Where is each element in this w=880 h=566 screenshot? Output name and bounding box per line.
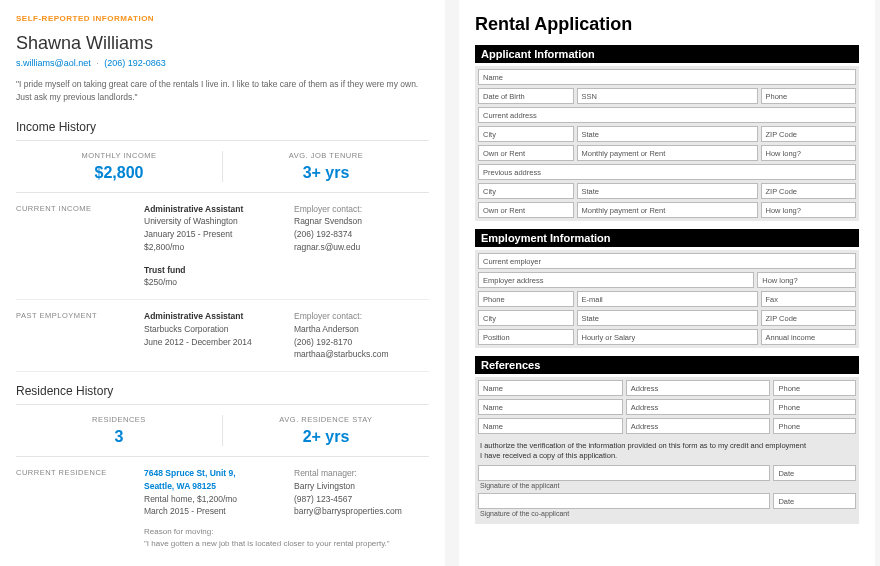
stat-label: AVG. JOB TENURE — [223, 151, 429, 160]
manager-name: Barry Livingston — [294, 480, 429, 493]
contact-phone: (206) 192-8374 — [294, 228, 429, 241]
auth-line-1: I authorize the verification of the info… — [480, 441, 854, 451]
stat-label: RESIDENCES — [16, 415, 222, 424]
name-field[interactable]: Name — [478, 69, 856, 85]
dob-field[interactable]: Date of Birth — [478, 88, 574, 104]
income-pay: $250/mo — [144, 276, 294, 289]
email-field[interactable]: E-mail — [577, 291, 758, 307]
employment-info-header: Employment Information — [475, 229, 859, 247]
manager-email: barry@barrysproperties.com — [294, 505, 429, 518]
current-income-block: CURRENT INCOME Administrative Assistant … — [16, 193, 429, 301]
income-history-title: Income History — [16, 120, 429, 141]
contact-line: s.williams@aol.net · (206) 192-0863 — [16, 58, 429, 68]
contact-phone[interactable]: (206) 192-0863 — [104, 58, 166, 68]
stat-value: 2+ yrs — [223, 428, 429, 446]
ref-phone-field[interactable]: Phone — [773, 418, 856, 434]
monthly-payment-field[interactable]: Monthly payment or Rent — [577, 145, 758, 161]
monthly-payment-field[interactable]: Monthly payment or Rent — [577, 202, 758, 218]
income-title: Trust fund — [144, 264, 294, 277]
ref-name-field[interactable]: Name — [478, 399, 623, 415]
coapplicant-sig-label: Signature of the co-applicant — [478, 509, 856, 521]
employer-address-field[interactable]: Employer address — [478, 272, 754, 288]
how-long-field[interactable]: How long? — [761, 145, 857, 161]
stat-value: 3+ yrs — [223, 164, 429, 182]
contact-label: Employer contact: — [294, 310, 429, 323]
previous-address-field[interactable]: Previous address — [478, 164, 856, 180]
state-field[interactable]: State — [577, 126, 758, 142]
ref-address-field[interactable]: Address — [626, 418, 771, 434]
applicant-info-area: Name Date of Birth SSN Phone Current add… — [475, 66, 859, 221]
job-pay: $2,800/mo — [144, 241, 294, 254]
city-field[interactable]: City — [478, 126, 574, 142]
residence-dates: March 2015 - Present — [144, 505, 294, 518]
city-field[interactable]: City — [478, 183, 574, 199]
own-rent-field[interactable]: Own or Rent — [478, 202, 574, 218]
how-long-field[interactable]: How long? — [761, 202, 857, 218]
ssn-field[interactable]: SSN — [577, 88, 758, 104]
income-stats: MONTHLY INCOME $2,800 AVG. JOB TENURE 3+… — [16, 141, 429, 193]
residence-stats: RESIDENCES 3 AVG. RESIDENCE STAY 2+ yrs — [16, 405, 429, 457]
ref-address-field[interactable]: Address — [626, 380, 771, 396]
state-field[interactable]: State — [577, 310, 758, 326]
contact-name: Ragnar Svendson — [294, 215, 429, 228]
job-org: University of Washington — [144, 215, 294, 228]
annual-income-field[interactable]: Annual income — [761, 329, 857, 345]
rental-application-panel: Rental Application Applicant Information… — [459, 0, 875, 566]
zip-field[interactable]: ZIP Code — [761, 310, 857, 326]
phone-field[interactable]: Phone — [761, 88, 857, 104]
job-dates: January 2015 - Present — [144, 228, 294, 241]
job-title: Administrative Assistant — [144, 310, 294, 323]
residence-stay-stat: AVG. RESIDENCE STAY 2+ yrs — [223, 405, 429, 456]
own-rent-field[interactable]: Own or Rent — [478, 145, 574, 161]
residence-history-title: Residence History — [16, 384, 429, 405]
zip-field[interactable]: ZIP Code — [761, 183, 857, 199]
fax-field[interactable]: Fax — [761, 291, 857, 307]
current-address-field[interactable]: Current address — [478, 107, 856, 123]
city-field[interactable]: City — [478, 310, 574, 326]
past-employment-block: PAST EMPLOYMENT Administrative Assistant… — [16, 300, 429, 372]
references-area: Name Address Phone Name Address Phone Na… — [475, 377, 859, 524]
ref-phone-field[interactable]: Phone — [773, 380, 856, 396]
address-line-1[interactable]: 7648 Spruce St, Unit 9, — [144, 467, 294, 480]
hourly-salary-field[interactable]: Hourly or Salary — [577, 329, 758, 345]
contact-email[interactable]: s.williams@aol.net — [16, 58, 91, 68]
current-employer-field[interactable]: Current employer — [478, 253, 856, 269]
stat-label: AVG. RESIDENCE STAY — [223, 415, 429, 424]
stat-value: $2,800 — [16, 164, 222, 182]
section-badge: SELF-REPORTED INFORMATION — [16, 14, 429, 23]
reason-label: Reason for moving: — [144, 526, 429, 538]
manager-label: Rental manager: — [294, 467, 429, 480]
applicant-signature-field[interactable] — [478, 465, 770, 481]
ref-name-field[interactable]: Name — [478, 380, 623, 396]
zip-field[interactable]: ZIP Code — [761, 126, 857, 142]
manager-phone: (987) 123-4567 — [294, 493, 429, 506]
residences-stat: RESIDENCES 3 — [16, 405, 222, 456]
stat-label: MONTHLY INCOME — [16, 151, 222, 160]
block-label: CURRENT INCOME — [16, 203, 144, 290]
phone-field[interactable]: Phone — [478, 291, 574, 307]
state-field[interactable]: State — [577, 183, 758, 199]
how-long-field[interactable]: How long? — [757, 272, 856, 288]
contact-label: Employer contact: — [294, 203, 429, 216]
contact-email: ragnar.s@uw.edu — [294, 241, 429, 254]
job-dates: June 2012 - December 2014 — [144, 336, 294, 349]
self-reported-panel: SELF-REPORTED INFORMATION Shawna William… — [0, 0, 445, 566]
position-field[interactable]: Position — [478, 329, 574, 345]
contact-phone: (206) 192-8170 — [294, 336, 429, 349]
date-field[interactable]: Date — [773, 493, 856, 509]
current-residence-block: CURRENT RESIDENCE 7648 Spruce St, Unit 9… — [16, 457, 429, 560]
residence-desc: Rental home, $1,200/mo — [144, 493, 294, 506]
employment-info-area: Current employer Employer address How lo… — [475, 250, 859, 348]
stat-value: 3 — [16, 428, 222, 446]
auth-line-2: I have received a copy of this applicati… — [480, 451, 854, 461]
contact-name: Martha Anderson — [294, 323, 429, 336]
coapplicant-signature-field[interactable] — [478, 493, 770, 509]
applicant-info-header: Applicant Information — [475, 45, 859, 63]
job-title: Administrative Assistant — [144, 203, 294, 216]
ref-address-field[interactable]: Address — [626, 399, 771, 415]
date-field[interactable]: Date — [773, 465, 856, 481]
address-line-2[interactable]: Seattle, WA 98125 — [144, 480, 294, 493]
ref-phone-field[interactable]: Phone — [773, 399, 856, 415]
applicant-quote: "I pride myself on taking great care of … — [16, 78, 429, 104]
ref-name-field[interactable]: Name — [478, 418, 623, 434]
